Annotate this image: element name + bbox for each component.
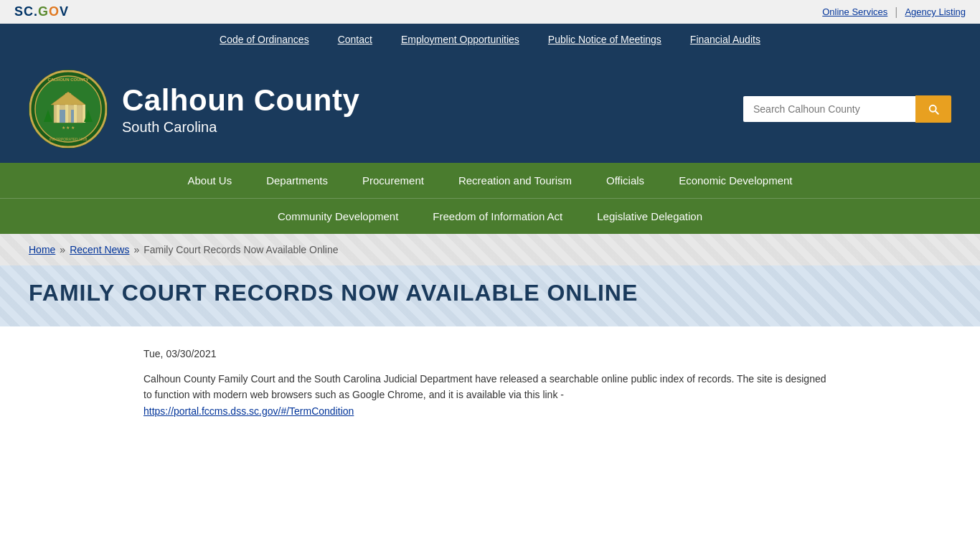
svg-text:INCORPORATED 1908: INCORPORATED 1908 — [50, 137, 88, 141]
top-bar: SC.GOV Online Services | Agency Listing — [0, 0, 980, 24]
nav-legislative-delegation[interactable]: Legislative Delegation — [580, 199, 720, 234]
nav-recreation[interactable]: Recreation and Tourism — [441, 163, 589, 198]
code-of-ordinances-link[interactable]: Code of Ordinances — [220, 34, 309, 45]
nav-community-development[interactable]: Community Development — [260, 199, 415, 234]
nav-officials[interactable]: Officials — [589, 163, 661, 198]
public-notice-link[interactable]: Public Notice of Meetings — [548, 34, 661, 45]
top-links-divider: | — [895, 6, 897, 19]
nav-foia[interactable]: Freedom of Information Act — [415, 199, 580, 234]
online-services-link[interactable]: Online Services — [822, 6, 887, 17]
breadcrumb-home[interactable]: Home — [29, 244, 55, 255]
svg-rect-7 — [57, 105, 60, 123]
svg-rect-8 — [65, 105, 68, 123]
content-area: Tue, 03/30/2021 Calhoun County Family Co… — [0, 326, 980, 441]
search-button[interactable] — [915, 95, 951, 123]
svg-text:★ ★ ★: ★ ★ ★ — [62, 126, 75, 130]
article-text: Calhoun County Family Court and the Sout… — [143, 371, 837, 403]
state-name: South Carolina — [122, 119, 359, 136]
employment-opportunities-link[interactable]: Employment Opportunities — [401, 34, 519, 45]
main-nav: About Us Departments Procurement Recreat… — [0, 163, 980, 234]
main-nav-row2: Community Development Freedom of Informa… — [0, 199, 980, 234]
top-links: Online Services | Agency Listing — [822, 6, 966, 19]
nav-economic-development[interactable]: Economic Development — [661, 163, 809, 198]
agency-listing-link[interactable]: Agency Listing — [905, 6, 966, 17]
svg-text:CALHOUN COUNTY: CALHOUN COUNTY — [48, 77, 89, 82]
breadcrumb-current: Family Court Records Now Available Onlin… — [143, 244, 338, 255]
secondary-nav: Code of Ordinances Contact Employment Op… — [0, 24, 980, 55]
county-name: Calhoun County South Carolina — [122, 83, 359, 136]
county-seal: ★ ★ ★ CALHOUN COUNTY INCORPORATED 1908 — [29, 70, 108, 149]
svg-rect-6 — [65, 93, 71, 105]
nav-procurement[interactable]: Procurement — [345, 163, 441, 198]
page-title-area: FAMILY COURT RECORDS NOW AVAILABLE ONLIN… — [0, 265, 980, 326]
search-icon — [927, 103, 940, 116]
header-left: ★ ★ ★ CALHOUN COUNTY INCORPORATED 1908 C… — [29, 70, 359, 149]
financial-audits-link[interactable]: Financial Audits — [690, 34, 760, 45]
page-title: FAMILY COURT RECORDS NOW AVAILABLE ONLIN… — [29, 280, 951, 306]
article-link[interactable]: https://portal.fccms.dss.sc.gov/#/TermCo… — [143, 405, 354, 417]
header: ★ ★ ★ CALHOUN COUNTY INCORPORATED 1908 C… — [0, 55, 980, 163]
nav-departments[interactable]: Departments — [249, 163, 345, 198]
breadcrumb-sep1: » — [60, 244, 65, 255]
svg-rect-9 — [74, 105, 77, 123]
breadcrumb-sep2: » — [133, 244, 139, 255]
contact-link[interactable]: Contact — [338, 34, 372, 45]
sc-gov-logo: SC.GOV — [14, 4, 69, 19]
county-title: Calhoun County — [122, 83, 359, 118]
main-nav-row1: About Us Departments Procurement Recreat… — [0, 163, 980, 198]
article-date: Tue, 03/30/2021 — [143, 348, 837, 359]
search-input[interactable] — [743, 96, 915, 122]
nav-about-us[interactable]: About Us — [170, 163, 249, 198]
breadcrumb-recent-news[interactable]: Recent News — [70, 244, 129, 255]
breadcrumb: Home » Recent News » Family Court Record… — [29, 244, 951, 255]
svg-rect-3 — [60, 110, 65, 123]
article-body: Calhoun County Family Court and the Sout… — [143, 371, 837, 419]
search-area — [743, 95, 951, 123]
breadcrumb-area: Home » Recent News » Family Court Record… — [0, 234, 980, 265]
